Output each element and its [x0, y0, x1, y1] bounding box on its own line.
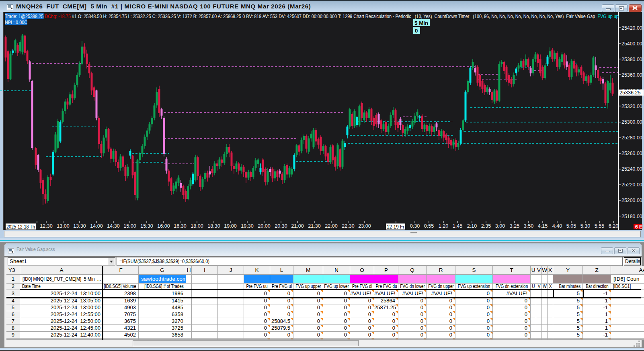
- svg-text:6:20: 6:20: [609, 223, 619, 229]
- svg-text:4:40: 4:40: [552, 223, 562, 229]
- svg-text:1:20: 1:20: [439, 223, 449, 229]
- svg-text:5 Min: 5 Min: [414, 20, 428, 26]
- svg-text:25220.00: 25220.00: [621, 182, 642, 188]
- svg-text:25300.00: 25300.00: [621, 119, 642, 125]
- svg-text:14:00: 14:00: [90, 223, 103, 229]
- svg-text:16:30: 16:30: [174, 223, 187, 229]
- svg-text:2:35: 2:35: [481, 223, 491, 229]
- svg-text:5:55: 5:55: [595, 223, 605, 229]
- svg-text:15:30: 15:30: [140, 223, 153, 229]
- svg-text:25280.00: 25280.00: [621, 135, 642, 141]
- svg-text:25200.00: 25200.00: [621, 198, 642, 203]
- svg-text:12:30: 12:30: [40, 223, 53, 229]
- svg-text:25360.00: 25360.00: [621, 72, 642, 78]
- svg-text:20:30: 20:30: [275, 223, 287, 229]
- svg-text:25336.25: 25336.25: [619, 90, 641, 96]
- svg-text:22:00: 22:00: [325, 223, 338, 229]
- svg-text:23:00: 23:00: [358, 223, 371, 229]
- svg-text:1:45: 1:45: [453, 223, 463, 229]
- svg-text:20:00: 20:00: [258, 223, 271, 229]
- svg-text:25420.00: 25420.00: [621, 25, 642, 31]
- svg-text:3:00: 3:00: [495, 223, 505, 229]
- svg-text:2:10: 2:10: [467, 223, 477, 229]
- svg-text:25180.00: 25180.00: [621, 214, 642, 219]
- svg-text:22:30: 22:30: [342, 223, 355, 229]
- svg-text:21:00: 21:00: [291, 223, 304, 229]
- svg-text:0:30: 0:30: [410, 223, 420, 229]
- svg-text:25380.00: 25380.00: [621, 57, 642, 62]
- svg-text:6 E: 6 E: [635, 224, 642, 230]
- svg-text:0:55: 0:55: [424, 223, 434, 229]
- svg-text:25320.00: 25320.00: [621, 104, 642, 109]
- svg-text:19:30: 19:30: [241, 223, 254, 229]
- svg-text:25400.00: 25400.00: [621, 41, 642, 47]
- svg-text:25240.00: 25240.00: [621, 166, 642, 172]
- svg-text:5:30: 5:30: [580, 223, 591, 229]
- svg-text:19:00: 19:00: [224, 223, 237, 229]
- svg-text:12-19 Fr: 12-19 Fr: [387, 224, 404, 230]
- svg-text:3:50: 3:50: [524, 223, 534, 229]
- svg-text:14:30: 14:30: [107, 223, 120, 229]
- svg-text:21:30: 21:30: [308, 223, 321, 229]
- svg-text:3:25: 3:25: [510, 223, 520, 229]
- svg-text:4:15: 4:15: [538, 223, 548, 229]
- svg-text:16:00: 16:00: [157, 223, 170, 229]
- svg-text:5:05: 5:05: [566, 223, 576, 229]
- svg-text:15:00: 15:00: [123, 223, 136, 229]
- svg-text:13:30: 13:30: [73, 223, 86, 229]
- svg-text:13:00: 13:00: [57, 223, 70, 229]
- svg-text:18:30: 18:30: [207, 223, 220, 229]
- svg-text:2025-12-18 Th: 2025-12-18 Th: [6, 224, 35, 230]
- svg-text:0: 0: [415, 28, 418, 34]
- svg-text:18:00: 18:00: [191, 223, 203, 229]
- svg-text:25260.00: 25260.00: [621, 151, 642, 156]
